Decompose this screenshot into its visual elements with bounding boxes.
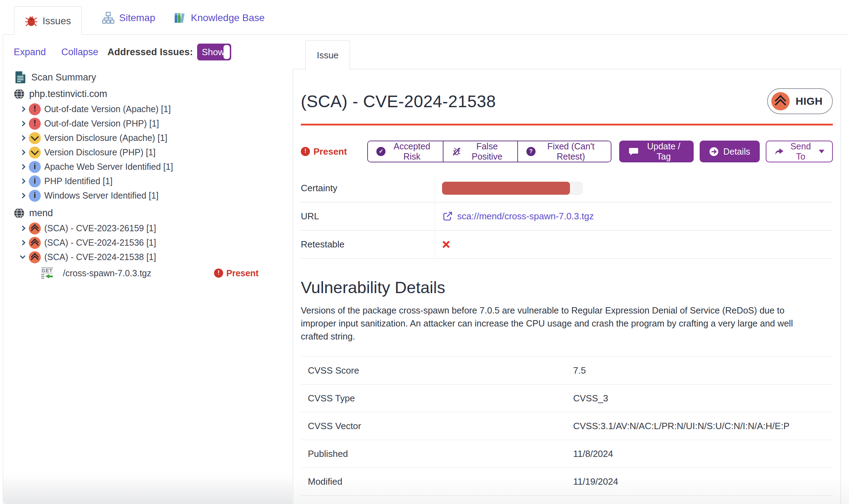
tree-item[interactable]: Version Disclosure (PHP) [1] [3,145,292,160]
tab-sitemap[interactable]: Sitemap [102,1,155,35]
tab-issue[interactable]: Issue [305,40,350,70]
issue-title: (SCA) - CVE-2024-21538 [301,92,496,111]
tree-item-label: (SCA) - CVE-2024-21536 [1] [44,238,156,248]
table-row: File Path /builds/invicti-security/bac/a… [301,496,833,504]
severity-badge[interactable]: HIGH [767,88,833,114]
chevron-right-icon[interactable] [20,135,26,141]
tree-item[interactable]: Out-of-date Version (Apache) [1] [3,102,292,116]
tree-leaf-request[interactable]: GET /cross-spawn-7.0.3.tgz Present [3,264,292,282]
tree-item-label: (SCA) - CVE-2024-21538 [1] [44,252,156,262]
tree-item-label: Version Disclosure (PHP) [1] [44,147,156,157]
table-row: CVSS Type CVSS_3 [301,385,833,412]
url-row: URL sca://mend/cross-spawn-7.0.3.tgz [301,202,833,231]
send-to-button[interactable]: Send To [766,141,833,162]
tree-item[interactable]: Version Disclosure (Apache) [1] [3,131,292,145]
row-value: CVSS:3.1/AV:N/AC:L/PR:N/UI:N/S:U/C:N/I:N… [573,412,833,440]
arrow-right-circle-icon [709,147,719,156]
chevron-right-icon[interactable] [20,193,26,199]
row-value: CVSS_3 [573,385,833,412]
certainty-row: Certainty [301,174,833,202]
severity-icon [29,118,41,130]
false-positive-button[interactable]: False Positive [443,141,517,162]
chevron-right-icon[interactable] [20,240,26,246]
row-label: File Path [301,496,573,504]
toggle-show-label: Show [202,47,225,58]
tree-item-label: Version Disclosure (Apache) [1] [44,133,167,143]
certainty-progress-bar [442,182,583,195]
send-to-label: Send To [789,141,813,162]
cross-icon [442,240,450,248]
severity-high-icon [771,92,790,110]
row-label: CVSS Type [301,385,573,412]
fixed-label: Fixed (Can't Retest) [539,141,602,162]
alert-circle-icon [214,269,223,278]
tree-item[interactable]: Apache Web Server Identified [1] [3,160,292,174]
cvss-details-table: CVSS Score 7.5 CVSS Type CVSS_3 CVSS Vec… [301,356,833,504]
retestable-label: Retestable [301,231,435,258]
chevron-right-icon[interactable] [20,226,26,231]
tab-knowledge-base[interactable]: Knowledge Base [174,1,265,35]
expand-link[interactable]: Expand [14,47,46,58]
issue-url-text: sca://mend/cross-spawn-7.0.3.tgz [457,211,594,222]
question-circle-icon [526,147,536,156]
status-action-group: Accepted Risk False Positive Fixed (Can'… [367,141,611,162]
tree-item-scan-summary[interactable]: Scan Summary [3,69,292,86]
update-tag-button[interactable]: Update / Tag [619,141,694,162]
tree-item[interactable]: PHP Identified [1] [3,174,292,188]
details-label: Details [723,147,750,157]
present-status: Present [301,146,347,157]
accepted-risk-button[interactable]: Accepted Risk [368,141,443,162]
issue-detail-card: (SCA) - CVE-2024-21538 HIGH Present Acce… [293,69,841,504]
row-value: 7.5 [573,357,833,384]
issues-tree: Scan Summary php.testinvicti.com Out-of-… [3,69,292,282]
tree-item[interactable]: Windows Server Identified [1] [3,188,292,203]
tree-item-label: PHP Identified [1] [44,176,112,186]
issue-url-link[interactable]: sca://mend/cross-spawn-7.0.3.tgz [442,211,594,222]
tree-item-label: Scan Summary [31,72,96,83]
tree-item[interactable]: Out-of-date Version (PHP) [1] [3,116,292,131]
tab-issues[interactable]: Issues [14,6,82,35]
toggle-knob[interactable] [223,45,230,59]
tree-item-expanded[interactable]: (SCA) - CVE-2024-21538 [1] [3,250,292,264]
tree-host-mend[interactable]: mend [3,205,292,221]
document-icon [15,71,26,84]
get-request-icon: GET [41,267,57,279]
tab-sitemap-label: Sitemap [119,12,155,24]
tree-leaf-label: /cross-spawn-7.0.3.tgz [63,268,151,278]
chevron-right-icon[interactable] [20,121,26,127]
issue-status-row: Present Accepted Risk False Positive [301,141,833,162]
severity-icon [29,222,41,234]
tree-item[interactable]: (SCA) - CVE-2023-26159 [1] [3,221,292,235]
certainty-progress-fill [442,182,570,195]
collapse-link[interactable]: Collapse [61,47,98,58]
sitemap-icon [102,12,115,24]
tree-controls: Expand Collapse Addressed Issues: Show [14,44,292,60]
tree-host-php-testinvicti[interactable]: php.testinvicti.com [3,86,292,102]
url-label: URL [301,202,435,230]
chevron-down-icon[interactable] [20,253,26,259]
details-button[interactable]: Details [700,141,759,162]
issue-meta-table: Certainty URL sca://mend/cross-spawn- [301,174,833,259]
tab-issue-label: Issue [317,50,338,61]
chevron-right-icon[interactable] [20,150,26,155]
false-positive-label: False Positive [465,141,509,162]
row-label: CVSS Score [301,357,573,384]
chevron-right-icon[interactable] [20,179,26,184]
tree-host-label: mend [29,208,53,219]
vulnerability-details-heading: Vulnerability Details [301,278,833,297]
bug-slash-icon [452,147,461,156]
chevron-right-icon[interactable] [20,164,26,170]
table-row: CVSS Vector CVSS:3.1/AV:N/AC:L/PR:N/UI:N… [301,412,833,440]
books-icon [174,12,186,24]
row-label: CVSS Vector [301,412,573,440]
severity-icon [29,103,41,115]
tree-item[interactable]: (SCA) - CVE-2024-21536 [1] [3,235,292,250]
fixed-cant-retest-button[interactable]: Fixed (Can't Retest) [517,141,611,162]
severity-icon [29,190,41,202]
severity-icon [29,147,41,159]
chevron-right-icon[interactable] [20,106,26,112]
accepted-risk-label: Accepted Risk [389,141,434,162]
addressed-issues-toggle[interactable]: Show [197,44,231,60]
globe-icon [14,89,25,99]
severity-icon [29,237,41,249]
